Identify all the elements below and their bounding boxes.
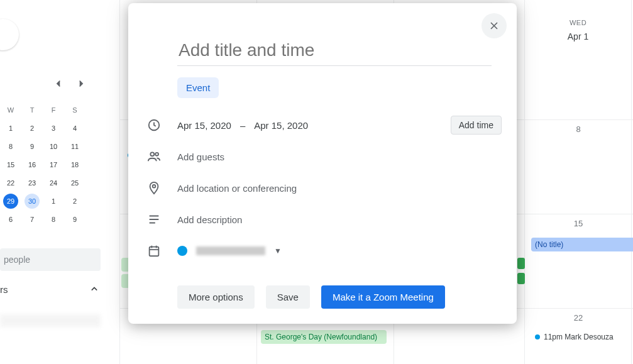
guests-row[interactable]: Add guests — [143, 147, 502, 166]
my-calendars-label: rs — [0, 284, 8, 295]
mini-cal-day[interactable]: 22 — [0, 174, 21, 192]
description-icon — [143, 212, 177, 226]
mini-calendar: W T F S 1 2 3 4 8 9 10 11 15 16 17 18 22… — [0, 101, 107, 228]
mini-cal-day[interactable]: 3 — [43, 119, 64, 137]
my-calendars-toggle[interactable]: rs — [0, 283, 101, 295]
svg-rect-4 — [150, 247, 159, 256]
start-date[interactable]: Apr 15, 2020 — [177, 120, 231, 131]
search-people-input[interactable]: people — [0, 248, 101, 271]
calendar-icon — [143, 244, 177, 258]
mini-cal-day[interactable]: 8 — [0, 137, 21, 155]
svg-point-3 — [153, 185, 156, 188]
mini-cal-day[interactable]: 18 — [64, 155, 85, 174]
mini-cal-header: F — [43, 101, 64, 119]
search-people-placeholder: people — [4, 255, 30, 265]
quick-create-dialog: Event Apr 15, 2020 – Apr 15, 2020 Add ti… — [128, 3, 517, 324]
calendar-row[interactable]: ▼ — [143, 241, 502, 260]
save-button[interactable]: Save — [266, 285, 310, 309]
calendar-name — [196, 246, 265, 255]
guests-placeholder: Add guests — [177, 152, 224, 162]
mini-cal-day-selected[interactable]: 30 — [21, 192, 43, 210]
mini-cal-day[interactable]: 9 — [64, 210, 85, 228]
people-icon — [143, 150, 177, 163]
zoom-meeting-button[interactable]: Make it a Zoom Meeting — [321, 285, 445, 309]
day-number: Apr 1 — [525, 31, 631, 41]
svg-point-1 — [150, 152, 154, 156]
dialog-actions: More options Save Make it a Zoom Meeting — [177, 285, 502, 309]
date-separator: – — [240, 120, 245, 131]
next-month-icon[interactable] — [73, 75, 89, 92]
add-time-button[interactable]: Add time — [451, 116, 502, 135]
mini-cal-day[interactable]: 8 — [43, 210, 64, 228]
event-item[interactable] — [517, 273, 525, 284]
mini-cal-day[interactable]: 1 — [43, 192, 64, 210]
svg-point-2 — [155, 153, 158, 156]
mini-cal-day[interactable]: 25 — [64, 174, 85, 192]
clock-icon — [143, 118, 177, 132]
mini-cal-day[interactable]: 10 — [43, 137, 64, 155]
more-options-button[interactable]: More options — [177, 285, 255, 309]
location-icon — [143, 181, 177, 195]
mini-cal-day[interactable]: 17 — [43, 155, 64, 174]
chevron-up-icon — [88, 283, 101, 295]
mini-cal-day[interactable]: 2 — [21, 119, 43, 137]
day-header: WED — [525, 19, 631, 26]
description-placeholder: Add description — [177, 214, 242, 225]
event-title-input[interactable] — [177, 40, 492, 66]
day-number: 22 — [525, 313, 632, 323]
event-item[interactable]: St. George's Day (Newfoundland) — [261, 330, 387, 344]
time-row: Apr 15, 2020 – Apr 15, 2020 Add time — [143, 116, 502, 135]
create-button[interactable] — [0, 19, 19, 50]
mini-cal-day[interactable]: 16 — [21, 155, 43, 174]
mini-cal-day[interactable]: 15 — [0, 155, 21, 174]
mini-cal-day[interactable]: 23 — [21, 174, 43, 192]
grid-col[interactable]: WED Apr 1 — [525, 0, 632, 364]
close-button[interactable] — [482, 13, 507, 38]
event-item[interactable]: 11pm Mark Desouza — [531, 330, 633, 344]
mini-cal-day[interactable]: 1 — [0, 119, 21, 137]
day-number: 8 — [525, 124, 632, 134]
mini-cal-header: S — [64, 101, 85, 119]
event-item[interactable]: (No title) — [531, 238, 633, 251]
event-type-chip[interactable]: Event — [177, 77, 219, 98]
calendar-list-item[interactable] — [0, 314, 101, 327]
location-placeholder: Add location or conferencing — [177, 183, 297, 194]
mini-cal-day[interactable]: 24 — [43, 174, 64, 192]
mini-cal-day[interactable]: 6 — [0, 210, 21, 228]
mini-cal-day[interactable]: 9 — [21, 137, 43, 155]
close-icon — [488, 19, 500, 32]
mini-cal-header: W — [0, 101, 21, 119]
location-row[interactable]: Add location or conferencing — [143, 179, 502, 197]
mini-cal-day[interactable]: 4 — [64, 119, 85, 137]
mini-cal-day[interactable]: 11 — [64, 137, 85, 155]
description-row[interactable]: Add description — [143, 210, 502, 229]
mini-cal-day-today[interactable]: 29 — [0, 192, 21, 210]
mini-cal-header: T — [21, 101, 43, 119]
mini-cal-day[interactable]: 2 — [64, 192, 85, 210]
event-item[interactable] — [517, 258, 525, 269]
day-number: 15 — [525, 219, 632, 228]
end-date[interactable]: Apr 15, 2020 — [254, 120, 308, 131]
prev-month-icon[interactable] — [50, 75, 67, 92]
mini-cal-nav — [50, 75, 89, 92]
chevron-down-icon: ▼ — [274, 246, 282, 255]
calendar-color-dot — [177, 246, 187, 256]
sidebar: W T F S 1 2 3 4 8 9 10 11 15 16 17 18 22… — [0, 0, 119, 364]
mini-cal-day[interactable]: 7 — [21, 210, 43, 228]
